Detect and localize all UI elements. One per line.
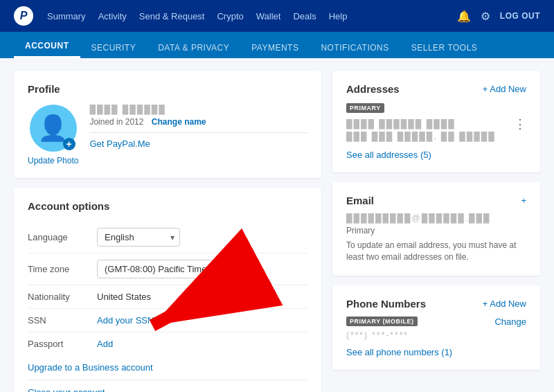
subnav-account[interactable]: ACCOUNT	[14, 34, 80, 58]
subnav-seller-tools[interactable]: SELLER TOOLS	[400, 36, 489, 58]
subnav-security[interactable]: SECURITY	[80, 36, 148, 58]
upgrade-business-link[interactable]: Upgrade to a Business account	[28, 355, 307, 380]
close-account-link[interactable]: Close your account	[28, 380, 307, 392]
language-select-wrapper: English ▾	[97, 228, 180, 247]
change-name-link[interactable]: Change name	[152, 117, 206, 127]
account-options-title: Account options	[28, 200, 307, 212]
ssn-value: Add your SSN	[97, 315, 307, 326]
profile-title: Profile	[28, 83, 307, 95]
address-text: ████ ██████ ████ ███ ███ █████, ██ █████	[346, 118, 496, 143]
addresses-header: Addresses + Add New	[346, 83, 526, 95]
passport-row: Passport Add	[28, 332, 307, 355]
profile-card: Profile 👤 + Update Photo ████ ██████ Joi…	[14, 71, 321, 178]
add-phone-link[interactable]: + Add New	[483, 299, 526, 309]
phone-change-link[interactable]: Change	[494, 317, 526, 327]
add-address-link[interactable]: + Add New	[483, 84, 526, 94]
nationality-label: Nationality	[28, 292, 97, 302]
language-select[interactable]: English	[97, 228, 180, 247]
subnav-data-privacy[interactable]: DATA & PRIVACY	[147, 36, 240, 58]
passport-label: Passport	[28, 339, 97, 349]
timezone-value: (GMT-08:00) Pacific Time ▾	[97, 260, 307, 278]
nav-help[interactable]: Help	[329, 11, 348, 21]
email-primary-label: Primary	[346, 226, 526, 235]
email-header: Email +	[346, 195, 526, 206]
email-note: To update an email address, you must hav…	[346, 240, 526, 263]
avatar-wrapper: 👤 + Update Photo	[28, 105, 78, 166]
avatar-person-icon: 👤	[37, 114, 69, 143]
address-more-icon[interactable]: ⋮	[514, 118, 526, 130]
ssn-row: SSN Add your SSN	[28, 309, 307, 332]
timezone-select-wrapper: (GMT-08:00) Pacific Time ▾	[97, 260, 227, 278]
subnav-notifications[interactable]: NOTIFICATIONS	[310, 36, 400, 58]
nav-wallet[interactable]: Wallet	[256, 11, 281, 21]
see-all-addresses-link[interactable]: See all addresses (5)	[346, 150, 526, 160]
timezone-label: Time zone	[28, 264, 97, 274]
add-ssn-link[interactable]: Add your SSN	[97, 315, 154, 326]
email-card: Email + █████████@██████.███ Primary To …	[332, 182, 540, 276]
nav-summary[interactable]: Summary	[47, 11, 86, 21]
nav-deals[interactable]: Deals	[293, 11, 316, 21]
addresses-title: Addresses	[346, 83, 400, 95]
phone-header: Phone Numbers + Add New	[346, 298, 526, 310]
address-line2: ███ ███ █████, ██ █████	[346, 130, 496, 143]
nationality-value: United States	[97, 292, 307, 302]
subnav-payments[interactable]: PAYMENTS	[240, 36, 310, 58]
primary-mobile-badge: PRIMARY (MOBILE)	[346, 317, 418, 326]
ssn-label: SSN	[28, 315, 97, 326]
nav-activity[interactable]: Activity	[98, 11, 127, 21]
phone-badge-row: PRIMARY (MOBILE) Change	[346, 317, 526, 327]
language-label: Language	[28, 232, 97, 242]
email-address: █████████@██████.███	[346, 213, 526, 223]
phone-title: Phone Numbers	[346, 298, 426, 310]
sub-nav: ACCOUNT SECURITY DATA & PRIVACY PAYMENTS…	[0, 32, 554, 58]
address-row: ████ ██████ ████ ███ ███ █████, ██ █████…	[346, 118, 526, 143]
timezone-select[interactable]: (GMT-08:00) Pacific Time	[97, 260, 227, 278]
see-all-phones-link[interactable]: See all phone numbers (1)	[346, 347, 526, 357]
profile-name: ████ ██████	[89, 105, 307, 114]
paypal-logo-text: P	[20, 10, 28, 22]
gear-icon[interactable]: ⚙	[481, 10, 490, 23]
address-line1: ████ ██████ ████	[346, 118, 496, 130]
addresses-card: Addresses + Add New PRIMARY ████ ██████ …	[332, 71, 540, 172]
nav-send-request[interactable]: Send & Request	[139, 11, 205, 21]
content-area: Profile 👤 + Update Photo ████ ██████ Joi…	[0, 58, 554, 392]
paypal-me-link[interactable]: Get PayPal.Me	[89, 139, 150, 149]
update-photo-link[interactable]: Update Photo	[28, 156, 78, 166]
timezone-row: Time zone (GMT-08:00) Pacific Time ▾	[28, 253, 307, 285]
add-email-link[interactable]: +	[521, 195, 526, 206]
right-column: Addresses + Add New PRIMARY ████ ██████ …	[332, 71, 540, 380]
phone-number: (***) ***-****	[346, 330, 526, 340]
nationality-row: Nationality United States	[28, 285, 307, 309]
passport-value: Add	[97, 339, 307, 349]
top-nav-right: 🔔 ⚙ LOG OUT	[457, 10, 540, 23]
add-passport-link[interactable]: Add	[97, 339, 113, 349]
profile-joined: Joined in 2012 Change name	[89, 117, 307, 127]
bell-icon[interactable]: 🔔	[457, 10, 471, 23]
profile-divider	[89, 132, 307, 133]
primary-badge: PRIMARY	[346, 103, 384, 113]
language-row: Language English ▾	[28, 222, 307, 253]
phone-numbers-card: Phone Numbers + Add New PRIMARY (MOBILE)…	[332, 285, 540, 370]
logout-button[interactable]: LOG OUT	[500, 11, 540, 21]
top-nav: P Summary Activity Send & Request Crypto…	[0, 0, 554, 32]
account-options-card: Account options Language English ▾ Time …	[14, 188, 321, 392]
left-column: Profile 👤 + Update Photo ████ ██████ Joi…	[14, 71, 321, 380]
avatar[interactable]: 👤 +	[30, 105, 77, 152]
paypal-logo: P	[14, 6, 33, 26]
avatar-plus-icon: +	[63, 138, 75, 150]
language-value: English ▾	[97, 228, 307, 247]
nav-crypto[interactable]: Crypto	[217, 11, 243, 21]
top-nav-links: Summary Activity Send & Request Crypto W…	[47, 11, 457, 21]
profile-info: ████ ██████ Joined in 2012 Change name G…	[89, 105, 307, 149]
profile-body: 👤 + Update Photo ████ ██████ Joined in 2…	[28, 105, 307, 166]
email-title: Email	[346, 195, 374, 206]
